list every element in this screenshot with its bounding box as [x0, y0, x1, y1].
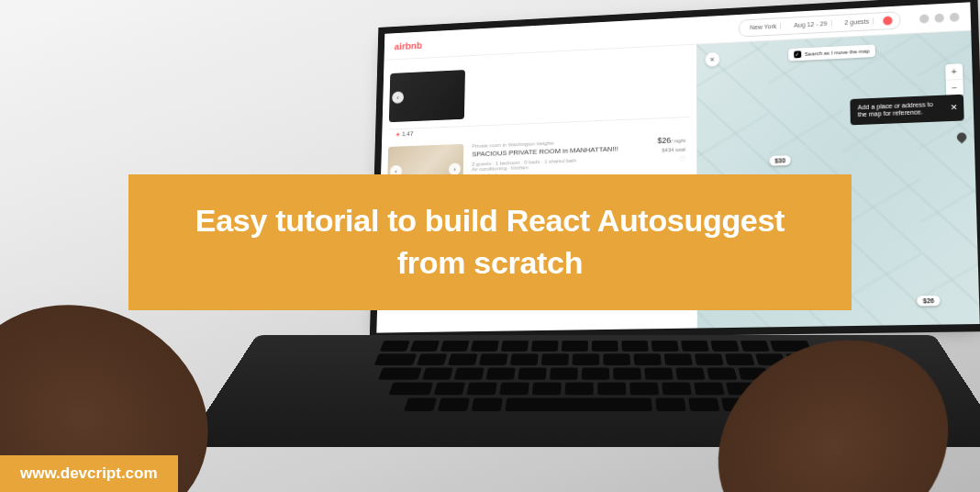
menu-icon[interactable]: [934, 13, 944, 22]
map-price-pin[interactable]: $30: [769, 155, 791, 166]
carousel-prev-icon[interactable]: ‹: [392, 91, 404, 103]
listing-price: $26/ night $434 total: [658, 135, 686, 153]
avatar[interactable]: [950, 12, 960, 21]
map-pin-icon[interactable]: [957, 132, 969, 143]
listing-row[interactable]: ‹: [389, 52, 689, 130]
globe-icon[interactable]: [919, 14, 930, 23]
close-icon[interactable]: ✕: [951, 103, 959, 113]
map-tooltip: Add a place or address to the map for re…: [850, 95, 963, 125]
title-banner: Easy tutorial to build React Autosuggest…: [128, 174, 852, 310]
header-icons: [919, 12, 960, 23]
search-location: New York: [746, 23, 781, 31]
rating-value: 1.47: [402, 130, 414, 137]
site-watermark: www.devcript.com: [0, 455, 178, 492]
zoom-in-button[interactable]: +: [945, 63, 963, 81]
star-icon: ★: [395, 131, 401, 138]
map-search-toggle[interactable]: ✓ Search as I move the map: [788, 44, 875, 61]
map-zoom-controls: + −: [945, 63, 963, 96]
favorite-icon[interactable]: ♡: [678, 154, 685, 163]
page-title: Easy tutorial to build React Autosuggest…: [165, 200, 815, 285]
search-bar[interactable]: New York Aug 12 - 29 2 guests: [738, 11, 901, 37]
close-icon[interactable]: ×: [705, 52, 719, 67]
carousel-next-icon[interactable]: ›: [449, 162, 461, 175]
listing-thumbnail: ‹: [389, 70, 465, 122]
map-toggle-label: Search as I move the map: [805, 49, 870, 57]
checkbox-icon[interactable]: ✓: [794, 50, 801, 58]
search-guests: 2 guests: [841, 18, 874, 27]
search-dates: Aug 12 - 29: [790, 20, 831, 28]
search-icon[interactable]: [883, 16, 892, 25]
brand-logo: airbnb: [395, 39, 423, 50]
map-price-pin[interactable]: $26: [917, 296, 940, 307]
